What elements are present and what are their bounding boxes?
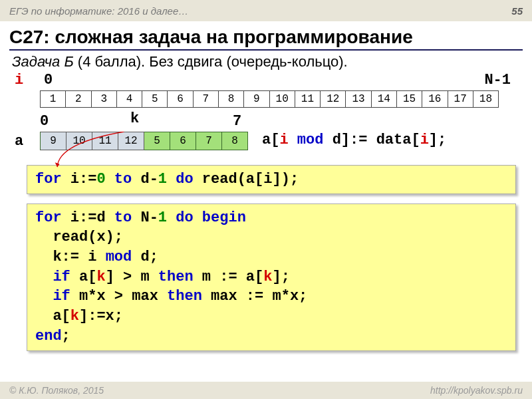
cell: 1	[40, 90, 66, 108]
t: i:=	[70, 171, 97, 188]
t: mod	[289, 132, 332, 148]
t: do begin	[167, 209, 246, 226]
cell: 8	[219, 90, 244, 108]
buffer-cells: 9 10 11 12 5 6 7 8	[40, 132, 248, 150]
cell: 11	[295, 90, 321, 108]
code-block-2: for i:=d to N-1 do begin read(x); k:= i …	[27, 203, 516, 351]
t: d	[332, 132, 341, 148]
footer-bar: © К.Ю. Поляков, 2015 http://kpolyakov.sp…	[0, 382, 532, 399]
t: ;	[62, 328, 70, 344]
cell: 2	[66, 90, 91, 108]
t: 0	[96, 171, 105, 188]
slide-subtitle: Задача Б (4 балла). Без сдвига (очередь-…	[12, 53, 520, 70]
cell: 6	[168, 90, 193, 108]
cell: 16	[422, 90, 448, 108]
t: to	[106, 171, 141, 188]
buffer-cell: 11	[92, 132, 118, 150]
t: if	[35, 269, 79, 285]
task-name: Задача Б	[12, 53, 74, 70]
cell: 15	[397, 90, 422, 108]
t: i	[420, 132, 429, 148]
buffer-cell: 9	[40, 132, 66, 150]
cell: 18	[473, 90, 499, 108]
t: do	[167, 171, 202, 188]
t: then	[158, 269, 202, 285]
t: a[	[79, 269, 96, 285]
t: d-	[140, 171, 158, 188]
t: m := a[	[202, 269, 263, 285]
t: ]:= data[	[341, 132, 420, 148]
index-row: i 0 N-1	[15, 72, 521, 90]
buffer-label-a: a	[15, 133, 23, 150]
cell: 17	[448, 90, 473, 108]
t: k	[70, 308, 79, 325]
label-n: N-1	[484, 72, 511, 88]
header-bar: ЕГЭ по информатике: 2016 и далее… 55	[0, 0, 532, 21]
cell: 9	[244, 90, 269, 108]
cell: 10	[270, 90, 295, 108]
t: max := m*x;	[211, 288, 307, 305]
t: to	[114, 209, 141, 226]
t: ]:=x;	[79, 308, 123, 325]
t: mod	[106, 249, 141, 265]
t: N-	[140, 209, 158, 226]
footer-right: http://kpolyakov.spb.ru	[430, 385, 523, 396]
buffer-label-7: 7	[233, 113, 241, 130]
buffer-cell: 6	[170, 132, 196, 150]
t: i:=d	[70, 209, 114, 226]
t: then	[167, 288, 211, 305]
task-desc: (4 балла). Без сдвига (очередь-кольцо).	[74, 53, 348, 70]
buffer-label-0: 0	[40, 113, 49, 130]
label-0: 0	[44, 72, 53, 88]
cell: 7	[194, 90, 219, 108]
t: 1	[158, 209, 167, 226]
code-block-1: for i:=0 to d-1 do read(a[i]);	[27, 165, 516, 194]
t: if	[35, 288, 79, 305]
t: 1	[158, 171, 167, 188]
footer-left: © К.Ю. Поляков, 2015	[9, 385, 104, 396]
page-number: 55	[511, 5, 523, 17]
cell: 3	[92, 90, 117, 108]
buffer-label-k: k	[130, 110, 139, 127]
assignment-expr: a[i mod d]:= data[i];	[262, 132, 446, 148]
t: a[	[35, 308, 70, 325]
t: ];	[272, 269, 289, 285]
buffer-cell: 10	[66, 132, 92, 150]
data-cells: 1 2 3 4 5 6 7 8 9 10 11 12 13 14 15 16 1…	[40, 90, 499, 108]
slide-title: C27: сложная задача на программирование	[9, 27, 523, 51]
t: for	[35, 171, 70, 188]
t: a[	[262, 132, 279, 148]
t: k:= i	[35, 249, 106, 265]
buffer-cell: 5	[144, 132, 170, 150]
t: k	[96, 269, 105, 285]
t: ];	[429, 132, 446, 148]
t: for	[35, 209, 70, 226]
t: k	[263, 269, 272, 285]
cell: 5	[142, 90, 168, 108]
t: ] > m	[106, 269, 158, 285]
t: m*x > max	[79, 288, 167, 305]
t: end	[35, 328, 62, 344]
buffer-cell: 7	[196, 132, 222, 150]
cell: 14	[372, 90, 397, 108]
buffer-cell: 12	[118, 132, 144, 150]
buffer-row: 0 k 7 a 9 10 11 12 5 6 7 8 a[i mod d]:= …	[11, 113, 521, 160]
label-i: i	[15, 72, 23, 88]
t: i	[279, 132, 288, 148]
cell: 12	[321, 90, 346, 108]
header-left: ЕГЭ по информатике: 2016 и далее…	[9, 5, 188, 17]
t: read(a[i]);	[202, 171, 299, 188]
cell: 4	[117, 90, 142, 108]
cell: 13	[346, 90, 371, 108]
t: read(x);	[35, 229, 123, 245]
t: d;	[140, 249, 158, 265]
buffer-cell: 8	[222, 132, 248, 150]
